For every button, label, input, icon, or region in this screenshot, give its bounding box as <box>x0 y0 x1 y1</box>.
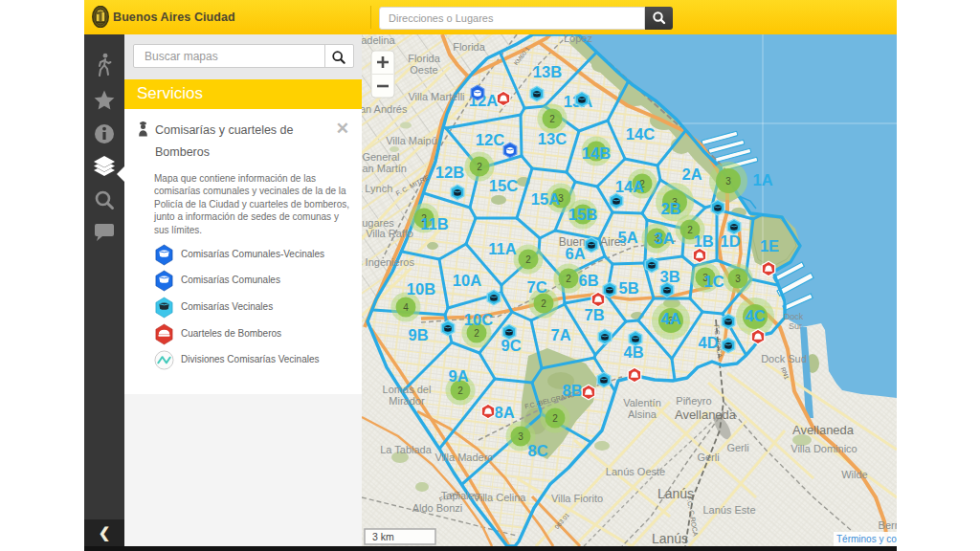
svg-text:5A: 5A <box>617 229 637 246</box>
svg-text:3: 3 <box>518 431 523 442</box>
svg-text:3: 3 <box>735 274 741 284</box>
svg-text:Mirador: Mirador <box>389 395 425 407</box>
svg-text:Avellaneda: Avellaneda <box>792 423 855 437</box>
svg-text:Gerli: Gerli <box>726 442 748 453</box>
svg-text:Villa Martelli: Villa Martelli <box>408 91 464 102</box>
svg-text:12C: 12C <box>476 131 504 148</box>
svg-text:1B: 1B <box>693 232 713 250</box>
svg-text:3 km: 3 km <box>372 531 394 542</box>
svg-text:Florida: Florida <box>453 41 486 53</box>
svg-text:6A: 6A <box>565 245 585 262</box>
svg-text:4C: 4C <box>745 307 765 324</box>
svg-text:López: López <box>564 34 592 44</box>
svg-text:Villa Celina: Villa Celina <box>474 492 527 503</box>
svg-text:General: General <box>362 151 399 163</box>
svg-text:2: 2 <box>477 162 482 172</box>
svg-text:2: 2 <box>566 274 571 284</box>
svg-text:5B: 5B <box>618 279 638 297</box>
svg-text:Villa Maipú: Villa Maipú <box>386 135 437 146</box>
svg-text:15A: 15A <box>531 190 560 208</box>
svg-text:2: 2 <box>474 328 479 339</box>
svg-text:Florida: Florida <box>408 53 441 64</box>
svg-text:4B: 4B <box>623 343 643 361</box>
svg-text:9C: 9C <box>501 337 521 354</box>
svg-text:3A: 3A <box>654 230 674 247</box>
svg-text:11A: 11A <box>488 240 516 257</box>
svg-text:10C: 10C <box>464 311 493 328</box>
svg-text:Lanús Este: Lanús Este <box>702 504 755 516</box>
svg-text:13C: 13C <box>538 130 567 147</box>
svg-text:15B: 15B <box>568 206 597 223</box>
svg-text:Villa Dominico: Villa Dominico <box>791 443 858 454</box>
svg-text:9B: 9B <box>408 326 428 343</box>
svg-text:4: 4 <box>403 302 409 313</box>
svg-text:Valentín: Valentín <box>623 397 661 408</box>
svg-text:3B: 3B <box>659 268 679 285</box>
svg-text:Lanús Oeste: Lanús Oeste <box>606 466 665 477</box>
svg-text:Dock: Dock <box>784 312 804 321</box>
svg-text:Alsina: Alsina <box>628 408 657 420</box>
svg-text:6B: 6B <box>578 272 598 289</box>
svg-text:Villa Madero: Villa Madero <box>435 452 494 463</box>
svg-text:Términos y cond: Términos y cond <box>836 534 897 544</box>
svg-text:Oeste: Oeste <box>410 64 437 76</box>
svg-text:8C: 8C <box>527 442 547 459</box>
svg-text:12B: 12B <box>435 164 464 181</box>
svg-text:4A: 4A <box>660 310 680 327</box>
svg-text:7A: 7A <box>550 326 570 343</box>
svg-text:Villa Raffo: Villa Raffo <box>366 228 413 239</box>
svg-text:s Ingenieros: s Ingenieros <box>362 256 414 268</box>
svg-text:Dock Sud: Dock Sud <box>761 353 807 364</box>
svg-text:8B: 8B <box>562 382 582 399</box>
svg-text:San Andrés: San Andrés <box>362 103 408 115</box>
svg-text:Lomas del: Lomas del <box>383 384 432 395</box>
svg-text:7C: 7C <box>526 278 546 296</box>
svg-text:San Martín: San Martín <box>362 163 407 174</box>
svg-text:2: 2 <box>541 298 546 309</box>
svg-text:14B: 14B <box>582 144 611 162</box>
svg-text:Sur: Sur <box>789 321 802 331</box>
svg-text:7B: 7B <box>584 306 604 323</box>
svg-text:1E: 1E <box>760 237 779 254</box>
svg-text:3: 3 <box>725 176 731 187</box>
svg-text:2A: 2A <box>681 165 702 183</box>
svg-text:14A: 14A <box>615 178 644 195</box>
svg-text:Berr: Berr <box>879 519 897 531</box>
svg-text:10A: 10A <box>453 272 481 289</box>
svg-text:10B: 10B <box>407 280 435 298</box>
svg-text:13B: 13B <box>533 63 562 80</box>
svg-text:Avellaneda: Avellaneda <box>675 408 737 422</box>
svg-text:1C: 1C <box>703 273 724 290</box>
svg-text:adelina: adelina <box>362 34 396 46</box>
svg-text:La Tablada: La Tablada <box>380 444 433 455</box>
svg-text:Gerli: Gerli <box>697 452 719 463</box>
svg-text:2: 2 <box>525 254 531 265</box>
svg-text:4D: 4D <box>698 334 718 351</box>
svg-text:8A: 8A <box>494 404 514 421</box>
svg-text:Wilde: Wilde <box>841 469 868 480</box>
svg-text:2: 2 <box>457 386 463 396</box>
svg-text:14C: 14C <box>626 125 655 143</box>
svg-text:Villa Fiorito: Villa Fiorito <box>551 493 603 504</box>
svg-text:Piñeyro: Piñeyro <box>676 395 711 407</box>
svg-text:la Lynch: la Lynch <box>362 183 392 194</box>
svg-text:2: 2 <box>549 114 555 124</box>
svg-text:1A: 1A <box>752 171 772 188</box>
svg-text:1D: 1D <box>720 232 740 250</box>
svg-text:11B: 11B <box>420 215 448 232</box>
svg-text:9A: 9A <box>448 367 468 385</box>
svg-text:2: 2 <box>687 225 693 235</box>
svg-text:2: 2 <box>552 413 558 424</box>
svg-text:2B: 2B <box>660 200 680 217</box>
svg-text:15C: 15C <box>489 177 518 194</box>
svg-text:Lanús: Lanús <box>652 531 688 546</box>
svg-text:Aldo Bonzi: Aldo Bonzi <box>412 502 463 514</box>
